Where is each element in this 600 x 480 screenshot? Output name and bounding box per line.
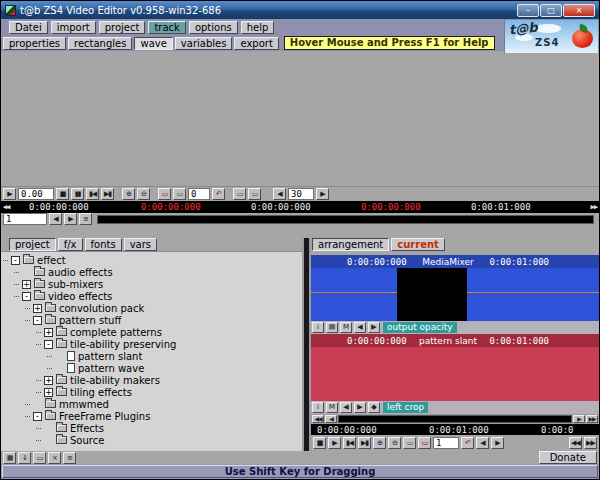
panel-splitter[interactable] xyxy=(302,238,311,451)
clip-out-button[interactable]: ▭ xyxy=(158,188,171,200)
to-end-button[interactable]: ▶▮ xyxy=(101,188,114,200)
tab-vars[interactable]: vars xyxy=(124,238,157,251)
tree-item-complete-patterns[interactable]: + complete patterns xyxy=(1,326,302,338)
tree-toggle[interactable]: + xyxy=(33,304,42,313)
export-down-button[interactable]: ⇓ xyxy=(18,452,31,464)
info-button[interactable]: i xyxy=(312,402,324,413)
tree-item-pattern-stuff[interactable]: - pattern stuff xyxy=(1,314,302,326)
zoom-in-button[interactable]: ⊕ xyxy=(122,188,135,200)
play-button[interactable]: ▶ xyxy=(3,188,16,200)
track-header-mediamixer[interactable]: 0:00:00:000 MediaMixer 0:00:01:000 xyxy=(311,255,599,268)
tab-current[interactable]: current xyxy=(391,238,445,251)
track-next-button[interactable]: ▶ xyxy=(64,213,77,225)
scroll-left-button[interactable]: ◀ xyxy=(325,415,337,423)
timeline-clip[interactable] xyxy=(397,268,466,321)
maximize-button[interactable]: □ xyxy=(540,4,562,17)
tree-item-tile-ability-makers[interactable]: + tile-ability makers xyxy=(1,374,302,386)
close-button[interactable]: × xyxy=(563,4,595,17)
menu-item-track[interactable]: track xyxy=(148,21,185,34)
track-body-mediamixer[interactable] xyxy=(311,268,599,321)
tab-fx[interactable]: f/x xyxy=(58,238,83,251)
scroll-far-left-button[interactable]: ◀◀ xyxy=(312,415,324,423)
clip-in-button[interactable]: ▭ xyxy=(173,188,186,200)
delete-button[interactable]: × xyxy=(48,452,61,464)
stop-button[interactable]: ■ xyxy=(313,437,326,449)
tab-fonts[interactable]: fonts xyxy=(85,238,122,251)
envelope-prev-button[interactable]: ◀ xyxy=(340,402,352,413)
to-start-button[interactable]: ▮◀ xyxy=(343,437,356,449)
envelope-next-button[interactable]: ▶ xyxy=(354,402,366,413)
info-button[interactable]: i xyxy=(312,322,324,333)
tab-properties[interactable]: properties xyxy=(3,37,66,50)
list-button[interactable]: ▤ xyxy=(326,322,338,333)
zoom-out-button[interactable]: ⊖ xyxy=(137,188,150,200)
keyframe-button[interactable]: ◆ xyxy=(368,402,380,413)
clip-out-button[interactable]: ▭ xyxy=(418,437,431,449)
menu-item-import[interactable]: import xyxy=(51,21,96,34)
tree-item-pattern-wave[interactable]: pattern wave xyxy=(1,362,302,374)
zoom-range-bar[interactable] xyxy=(97,215,594,224)
tree-toggle[interactable]: + xyxy=(22,280,31,289)
tab-variables[interactable]: variables xyxy=(175,37,233,50)
tree-item-mmwmed[interactable]: mmwmed xyxy=(1,398,302,410)
folder-button[interactable]: ▭ xyxy=(33,452,46,464)
zoom-out-button[interactable]: ⊖ xyxy=(388,437,401,449)
scroll-left-icon[interactable]: ◀◀ xyxy=(3,203,9,211)
tree-item-sub-mixers[interactable]: + sub-mixers xyxy=(1,278,302,290)
tree-toggle[interactable]: - xyxy=(33,412,42,421)
clip-in-button[interactable]: ▭ xyxy=(403,437,416,449)
fps-decrease-button[interactable]: ◀ xyxy=(273,188,286,200)
envelope-prev-button[interactable]: ◀ xyxy=(354,322,366,333)
tree-toggle[interactable]: + xyxy=(44,376,53,385)
speed-field[interactable] xyxy=(18,188,54,200)
tree-item-source[interactable]: Source xyxy=(1,434,302,446)
minimize-button[interactable]: – xyxy=(517,4,539,17)
jump-start-button[interactable]: ◀◀ xyxy=(569,437,582,449)
fps-increase-button[interactable]: ▶ xyxy=(316,188,329,200)
track-number-field[interactable] xyxy=(3,213,47,225)
tree-toggle[interactable]: - xyxy=(22,292,31,301)
tree-item-tile-ability-preserving[interactable]: - tile-ability preserving xyxy=(1,338,302,350)
title-bar[interactable]: t@b ZS4 Video Editor v0.958-win32-686 – … xyxy=(1,1,599,19)
menu-item-datei[interactable]: Datei xyxy=(9,21,48,34)
timeline-ruler-bottom[interactable]: 0:00:00:000 0:00:01:000 0:00:0 xyxy=(311,424,599,435)
track-prev-button[interactable]: ◀ xyxy=(49,213,62,225)
scrollbar-track[interactable] xyxy=(338,415,572,423)
tab-export[interactable]: export xyxy=(234,37,278,50)
scroll-right-button[interactable]: ▶ xyxy=(573,415,585,423)
envelope-label[interactable]: output opacity xyxy=(383,322,457,333)
timeline-track-field[interactable] xyxy=(433,437,459,449)
tree-item-video-effects[interactable]: - video effects xyxy=(1,290,302,302)
fps-field[interactable] xyxy=(288,188,314,200)
menu-item-options[interactable]: options xyxy=(189,21,238,34)
jump-end-button[interactable]: ▶▶ xyxy=(584,437,597,449)
stop-button[interactable]: ■ xyxy=(56,188,69,200)
tree-toggle[interactable]: + xyxy=(44,388,53,397)
prev-button[interactable]: ◀ xyxy=(476,437,489,449)
envelope-next-button[interactable]: ▶ xyxy=(368,322,380,333)
tab-arrangement[interactable]: arrangement xyxy=(312,238,389,251)
tree-item-convolution-pack[interactable]: + convolution pack xyxy=(1,302,302,314)
tab-rectangles[interactable]: rectangles xyxy=(68,37,132,50)
tab-wave[interactable]: wave xyxy=(134,37,172,50)
donate-button[interactable]: Donate xyxy=(539,451,597,464)
tree-toggle[interactable]: + xyxy=(44,328,53,337)
tree-item-tiling-effects[interactable]: + tiling effects xyxy=(1,386,302,398)
to-start-button[interactable]: ▮◀ xyxy=(86,188,99,200)
track-header-pattern-slant[interactable]: 0:00:00:000 pattern slant 0:00:01:000 xyxy=(311,334,599,347)
wave-editor-canvas[interactable] xyxy=(1,51,599,187)
insert-clip-button[interactable]: ▭ xyxy=(233,188,246,200)
append-clip-button[interactable]: ▭ xyxy=(248,188,261,200)
to-end-button[interactable]: ▶▮ xyxy=(358,437,371,449)
undo-button[interactable]: ↶ xyxy=(461,437,474,449)
tree-toggle[interactable]: - xyxy=(33,316,42,325)
tree-item-effect[interactable]: - effect xyxy=(1,254,302,266)
menu-item-project[interactable]: project xyxy=(99,21,146,34)
tree-item-pattern-slant[interactable]: pattern slant xyxy=(1,350,302,362)
envelope-label[interactable]: left crop xyxy=(383,402,428,413)
mute-button[interactable]: M xyxy=(326,402,338,413)
undo-button[interactable]: ↶ xyxy=(212,188,225,200)
mute-button[interactable]: M xyxy=(340,322,352,333)
scroll-right-icon[interactable]: ▶▶ xyxy=(591,203,597,211)
play-button[interactable]: ▶ xyxy=(328,437,341,449)
